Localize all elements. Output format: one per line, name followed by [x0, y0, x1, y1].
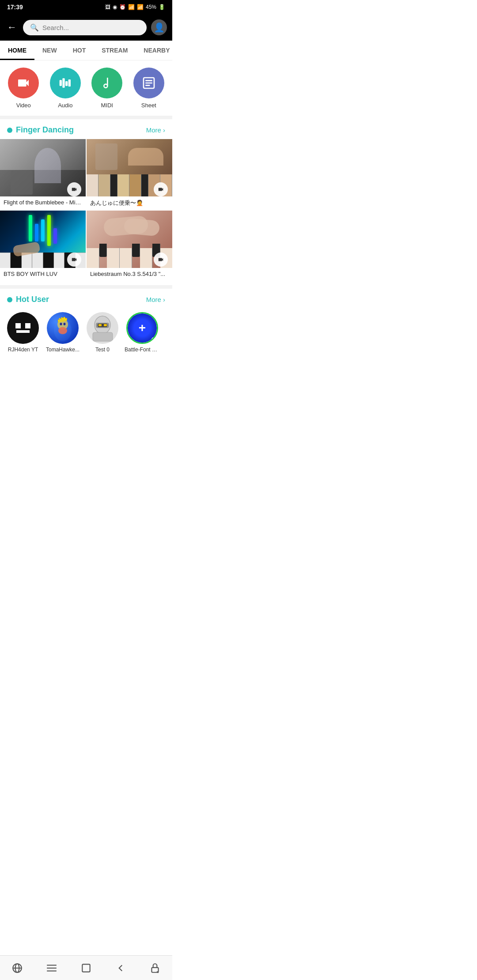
glowing-keys: [29, 215, 57, 246]
category-audio[interactable]: Audio: [45, 68, 86, 109]
profile-button[interactable]: 👤: [151, 19, 167, 35]
battle-plus-icon: +: [139, 321, 146, 335]
video-play-icon-2: [154, 182, 168, 196]
offline-indicator-3: [113, 339, 117, 343]
content-scroll: Video Audio MIDI: [0, 60, 172, 394]
svg-rect-0: [59, 80, 61, 86]
tab-new[interactable]: NEW: [34, 41, 65, 60]
shazam-icon: ◉: [113, 4, 117, 10]
finger-dancing-title: Finger Dancing: [16, 125, 74, 135]
user-name-4: Battle-Font G...: [125, 347, 160, 353]
svg-rect-6: [145, 83, 152, 84]
alarm-icon: ⏰: [119, 4, 126, 10]
search-icon: 🔍: [30, 23, 39, 32]
profile-icon: 👤: [154, 22, 165, 33]
sheet-label: Sheet: [141, 102, 156, 109]
category-sheet[interactable]: Sheet: [129, 68, 169, 109]
status-time: 17:39: [7, 4, 23, 11]
robot-eye-right: [25, 323, 30, 328]
hot-user-more[interactable]: More ›: [146, 296, 165, 303]
user-avatar-3: [87, 312, 118, 344]
offline-indicator-2: [73, 339, 78, 343]
hot-user-dot: [7, 297, 12, 302]
audio-label: Audio: [58, 102, 72, 109]
online-indicator-1: [34, 339, 38, 343]
video-grid: Flight of the Bumblebee - Mic...: [0, 139, 172, 282]
user-grid: RJH4den YT: [0, 309, 172, 360]
tab-stream[interactable]: STREAM: [94, 41, 136, 60]
category-video[interactable]: Video: [4, 68, 44, 109]
video-play-icon-4: [154, 253, 168, 267]
status-bar: 17:39 🖼 ◉ ⏰ 📶 📶 45% 🔋: [0, 0, 172, 14]
tab-nearby[interactable]: NEARBY: [136, 41, 172, 60]
finger-dancing-section: Finger Dancing More › Flight of the Bumb…: [0, 119, 172, 282]
midi-label: MIDI: [101, 102, 113, 109]
search-box[interactable]: 🔍: [23, 20, 147, 35]
battery-text: 45%: [146, 4, 156, 10]
wifi-icon: 📶: [128, 4, 135, 10]
svg-rect-2: [65, 81, 68, 86]
user-card-4[interactable]: + Battle-Font G...: [125, 312, 160, 353]
user-name-1: RJH4den YT: [8, 347, 38, 353]
battery-icon: 🔋: [159, 4, 165, 10]
svg-point-12: [54, 319, 72, 341]
back-button[interactable]: ←: [5, 20, 19, 35]
robot-mouth: [16, 330, 30, 333]
user-card-1[interactable]: RJH4den YT: [5, 312, 41, 353]
svg-rect-7: [145, 85, 150, 86]
status-icons: 🖼 ◉ ⏰ 📶 📶 45% 🔋: [105, 4, 165, 10]
user-card-2[interactable]: TomaHawke...: [45, 312, 80, 353]
finger-dancing-header: Finger Dancing More ›: [0, 119, 172, 139]
video-title-1: Flight of the Bumblebee - Mic...: [0, 196, 86, 208]
video-card-2[interactable]: あんじゅに便乗〜🤦: [87, 139, 172, 210]
hot-user-header: Hot User More ›: [0, 289, 172, 309]
tab-hot[interactable]: HOT: [65, 41, 94, 60]
online-indicator-4: [151, 337, 156, 342]
top-bar: ← 🔍 👤: [0, 14, 172, 41]
svg-rect-5: [145, 80, 152, 81]
video-title-2: あんじゅに便乗〜🤦: [87, 196, 172, 210]
robot-eye-left: [15, 323, 21, 328]
video-card-4[interactable]: Liebestraum No.3 S.541/3 "...: [87, 211, 172, 280]
video-icon-bg: [8, 68, 39, 98]
svg-rect-15: [93, 332, 113, 341]
video-play-icon-1: [67, 182, 81, 196]
finger-dancing-more[interactable]: More ›: [146, 126, 165, 134]
video-card-1[interactable]: Flight of the Bumblebee - Mic...: [0, 139, 86, 210]
user-name-3: Test 0: [95, 347, 110, 353]
hot-user-title-wrap: Hot User: [7, 295, 49, 304]
tab-home[interactable]: HOME: [0, 41, 34, 60]
sheet-icon-bg: [133, 68, 164, 98]
categories: Video Audio MIDI: [0, 60, 172, 119]
midi-icon-bg: [91, 68, 122, 98]
svg-rect-3: [68, 79, 70, 87]
hot-user-section: Hot User More › RJH4den YT: [0, 285, 172, 360]
video-title-4: Liebestraum No.3 S.541/3 "...: [87, 268, 172, 280]
user-avatar-4: +: [126, 312, 158, 344]
gallery-icon: 🖼: [105, 4, 110, 10]
finger-dancing-title-wrap: Finger Dancing: [7, 125, 74, 135]
user-name-2: TomaHawke...: [46, 347, 80, 353]
video-label: Video: [16, 102, 31, 109]
search-input[interactable]: [42, 24, 140, 31]
user-avatar-1: [7, 312, 39, 344]
robot-eyes: [15, 323, 30, 328]
user-card-3[interactable]: Test 0: [85, 312, 120, 353]
video-card-3[interactable]: BTS BOY WITH LUV: [0, 211, 86, 280]
category-midi[interactable]: MIDI: [87, 68, 127, 109]
audio-icon-bg: [50, 68, 81, 98]
video-title-3: BTS BOY WITH LUV: [0, 268, 86, 280]
user-avatar-2: [47, 312, 79, 344]
video-play-icon-3: [67, 253, 81, 267]
nav-tabs: HOME NEW HOT STREAM NEARBY: [0, 41, 172, 60]
svg-rect-17: [98, 324, 102, 326]
signal-icon: 📶: [137, 4, 144, 10]
svg-rect-18: [104, 324, 107, 326]
finger-dancing-dot: [7, 128, 12, 133]
hot-user-title: Hot User: [16, 295, 49, 304]
svg-rect-1: [62, 78, 64, 87]
